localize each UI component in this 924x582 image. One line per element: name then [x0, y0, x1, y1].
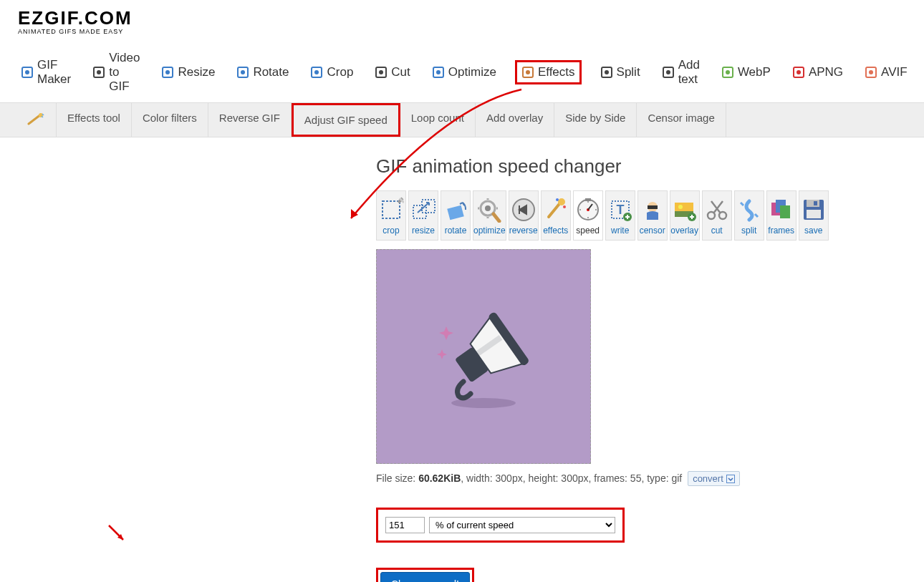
speed-icon: [574, 195, 602, 224]
subnav-side-by-side[interactable]: Side by Side: [554, 103, 637, 137]
tool-label: cut: [711, 225, 723, 236]
svg-rect-39: [585, 198, 591, 201]
svg-rect-53: [780, 205, 790, 218]
tool-censor[interactable]: censor: [637, 190, 668, 241]
annotation-arrow-1: [344, 86, 523, 229]
svg-point-23: [797, 70, 801, 74]
subnav-color-filters[interactable]: Color filters: [132, 103, 208, 137]
nav-apng[interactable]: APNG: [789, 64, 846, 81]
effects-icon: [542, 195, 570, 224]
tool-label: frames: [768, 225, 794, 236]
text-icon: [662, 66, 675, 79]
nav-resize[interactable]: Resize: [158, 64, 218, 81]
nav-crop[interactable]: Crop: [307, 64, 356, 81]
cut-icon: [375, 66, 388, 79]
svg-point-17: [605, 70, 609, 74]
tool-frames[interactable]: frames: [766, 190, 797, 241]
nav-avif[interactable]: AVIF: [862, 64, 910, 81]
logo-area: EZGIF.COM ANIMATED GIFS MADE EASY: [0, 0, 924, 39]
nav-cut[interactable]: Cut: [372, 64, 413, 81]
svg-point-21: [726, 70, 730, 74]
file-size-value: 60.62KiB: [418, 472, 461, 484]
tool-split[interactable]: split: [734, 190, 764, 241]
svg-rect-62: [726, 475, 734, 482]
nav-label: Resize: [178, 65, 215, 79]
subnav-censor-image[interactable]: Censor image: [637, 103, 726, 137]
file-info: File size: 60.62KiB, width: 300px, heigh…: [376, 471, 799, 486]
tool-label: censor: [640, 225, 665, 236]
nav-label: WebP: [738, 65, 771, 79]
speed-controls: % of current speed: [376, 508, 625, 543]
tool-overlay[interactable]: overlay: [670, 190, 700, 241]
tool-effects[interactable]: effects: [541, 190, 571, 241]
nav-label: Optimize: [448, 65, 496, 79]
tool-save[interactable]: save: [799, 190, 829, 241]
nav-label: Effects: [538, 65, 575, 79]
svg-point-11: [379, 70, 383, 74]
convert-button[interactable]: convert: [688, 471, 740, 486]
tool-speed[interactable]: speed: [573, 190, 603, 241]
censor-icon: [638, 195, 667, 224]
nav-webp[interactable]: WebP: [718, 64, 774, 81]
change-speed-button[interactable]: Change speed!: [380, 572, 470, 582]
write-icon: T: [606, 195, 635, 224]
nav-optimize[interactable]: Optimize: [429, 64, 499, 81]
svg-point-9: [314, 70, 319, 74]
gif-preview: [376, 249, 591, 464]
tool-write[interactable]: Twrite: [605, 190, 635, 241]
tool-label: split: [741, 225, 756, 236]
nav-rotate[interactable]: Rotate: [234, 64, 292, 81]
tool-label: speed: [576, 225, 600, 236]
nav-label: Video to GIF: [109, 51, 140, 94]
convert-label: convert: [693, 473, 723, 484]
subnav-effects-tool[interactable]: Effects tool: [56, 103, 132, 137]
webp-icon: [721, 66, 734, 79]
svg-point-7: [241, 70, 245, 74]
svg-rect-44: [648, 205, 658, 209]
nav-video-to-gif[interactable]: Video to GIF: [90, 49, 143, 95]
svg-point-13: [436, 70, 441, 74]
nav-split[interactable]: Split: [597, 64, 643, 81]
submit-highlight: Change speed!: [376, 568, 474, 582]
apng-icon: [792, 66, 805, 79]
video-icon: [92, 66, 105, 79]
nav-label: APNG: [809, 65, 843, 79]
svg-point-3: [97, 70, 101, 74]
site-logo[interactable]: EZGIF.COM: [18, 7, 906, 29]
nav-label: Split: [617, 65, 640, 79]
speed-unit-select[interactable]: % of current speed: [429, 517, 615, 533]
tool-label: write: [611, 225, 629, 236]
speed-value-input[interactable]: [385, 517, 425, 533]
file-info-rest: , width: 300px, height: 300px, frames: 5…: [461, 472, 682, 484]
save-icon: [799, 195, 828, 224]
subnav-reverse-gif[interactable]: Reverse GIF: [208, 103, 292, 137]
rotate-icon: [236, 66, 249, 79]
svg-point-1: [25, 70, 29, 74]
annotation-arrow-2: [107, 524, 129, 545]
site-tagline: ANIMATED GIFS MADE EASY: [18, 28, 906, 35]
svg-point-36: [556, 198, 559, 201]
nav-effects[interactable]: Effects: [515, 60, 582, 84]
svg-rect-57: [807, 210, 821, 218]
nav-label: Cut: [391, 65, 410, 79]
svg-rect-55: [807, 200, 819, 207]
svg-point-15: [526, 70, 530, 74]
nav-label: Add text: [678, 58, 700, 87]
avif-icon: [865, 66, 877, 79]
nav-gif-maker[interactable]: GIF Maker: [18, 57, 74, 88]
split-icon: [600, 66, 613, 79]
svg-point-47: [678, 205, 683, 209]
svg-point-34: [558, 198, 565, 205]
crop-icon: [310, 66, 323, 79]
svg-text:T: T: [616, 203, 624, 217]
tool-label: overlay: [670, 225, 698, 236]
nav-label: AVIF: [881, 65, 908, 79]
nav-add-text[interactable]: Add text: [659, 57, 703, 88]
tool-cut[interactable]: cut: [702, 190, 732, 241]
optimize-icon: [432, 66, 445, 79]
nav-label: Rotate: [253, 65, 289, 79]
magic-wand-icon: [14, 103, 56, 137]
gif-maker-icon: [21, 66, 34, 79]
tool-label: effects: [543, 225, 568, 236]
svg-point-25: [869, 70, 873, 74]
